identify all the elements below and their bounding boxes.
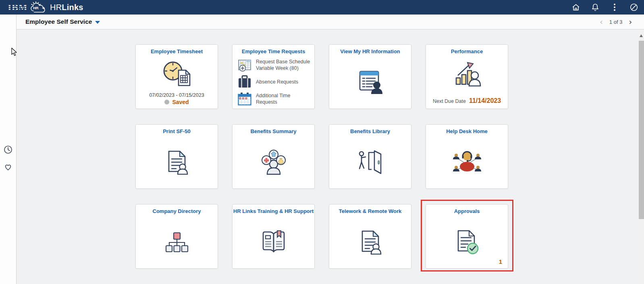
employee-self-service-page: IBM HR HRLinks bbox=[0, 0, 644, 284]
tile-title: Telework & Remote Work bbox=[329, 205, 411, 214]
org-chart-icon bbox=[136, 216, 218, 268]
performance-chart-icon bbox=[426, 56, 508, 91]
timesheet-clock-document-icon bbox=[136, 56, 218, 91]
tile-telework-remote-work[interactable]: Telework & Remote Work bbox=[329, 204, 411, 269]
tile-company-directory[interactable]: Company Directory bbox=[135, 204, 218, 269]
brand-area: IBM HR HRLinks bbox=[0, 1, 83, 13]
timesheet-footer: 07/02/2023 - 07/15/2023 Saved bbox=[136, 92, 218, 105]
navbar-compass-icon[interactable] bbox=[629, 3, 638, 12]
hr-information-icon bbox=[329, 56, 411, 109]
scrollbar-up-arrow-icon[interactable] bbox=[640, 34, 643, 37]
briefcase-icon bbox=[237, 75, 252, 89]
help-desk-agent-icon bbox=[426, 136, 508, 188]
timesheet-status: Saved bbox=[172, 99, 189, 105]
document-person-icon bbox=[136, 136, 218, 188]
scrollbar-thumb[interactable] bbox=[639, 41, 644, 219]
open-book-icon bbox=[233, 216, 314, 268]
page-header: Employee Self Service ‹ 1 of 3 › bbox=[17, 15, 644, 29]
hr-cloud-logo-icon: HR bbox=[30, 1, 47, 13]
tile-title: Print SF-50 bbox=[136, 125, 218, 134]
tile-title: Employee Timesheet bbox=[136, 45, 218, 54]
additional-time-requests-link[interactable]: Additional Time Requests bbox=[233, 90, 314, 107]
tile-title: Benefits Library bbox=[329, 125, 411, 134]
ibm-logo-icon: IBM bbox=[7, 2, 27, 12]
time-request-links: Request Base ScheduleVariable Week (80) … bbox=[233, 56, 314, 107]
tile-benefits-summary[interactable]: Benefits Summary bbox=[232, 124, 315, 189]
status-bullet-icon bbox=[164, 100, 169, 104]
product-name: HRLinks bbox=[50, 3, 83, 12]
person-door-icon bbox=[329, 136, 411, 188]
request-link-label: Absence Requests bbox=[256, 79, 298, 85]
vertical-scrollbar[interactable] bbox=[639, 29, 644, 284]
absence-requests-link[interactable]: Absence Requests bbox=[233, 73, 314, 90]
kebab-menu-icon[interactable] bbox=[610, 3, 619, 12]
tile-benefits-library[interactable]: Benefits Library bbox=[329, 124, 411, 189]
svg-text:IBM: IBM bbox=[8, 3, 27, 12]
homepage-pagination: ‹ 1 of 3 › bbox=[600, 18, 632, 26]
timesheet-date-range: 07/02/2023 - 07/15/2023 bbox=[136, 92, 218, 98]
tile-help-desk-home[interactable]: Help Desk Home bbox=[426, 124, 508, 189]
previous-page-chevron[interactable]: ‹ bbox=[600, 18, 603, 26]
tile-approvals[interactable]: Approvals 1 bbox=[426, 204, 508, 269]
tile-employee-timesheet[interactable]: Employee Timesheet 07/02/2023 - 07/15/ bbox=[135, 44, 218, 109]
approvals-check-document-icon bbox=[426, 216, 508, 268]
cloud-logo-text: HR bbox=[33, 6, 39, 10]
homepage-selector[interactable]: Employee Self Service bbox=[25, 18, 100, 25]
tile-view-my-hr-information[interactable]: View My HR Information bbox=[329, 44, 411, 109]
tile-title: Help Desk Home bbox=[426, 125, 508, 134]
request-link-label: Request Base ScheduleVariable Week (80) bbox=[256, 58, 310, 72]
request-link-label: Additional Time Requests bbox=[256, 92, 313, 106]
tile-title: Employee Time Requests bbox=[233, 45, 314, 54]
next-page-chevron[interactable]: › bbox=[629, 18, 632, 26]
next-due-date-label: Next Due Date bbox=[433, 98, 466, 104]
request-base-schedule-link[interactable]: Request Base ScheduleVariable Week (80) bbox=[233, 56, 314, 73]
page-indicator: 1 of 3 bbox=[609, 19, 623, 25]
topbar-actions bbox=[571, 0, 638, 15]
bell-icon[interactable] bbox=[591, 3, 600, 12]
calendar-x-icon bbox=[237, 92, 252, 106]
tile-title: HR Links Training & HR Support bbox=[233, 205, 314, 214]
tile-performance[interactable]: Performance Next Due Date 11/14/2023 bbox=[426, 44, 508, 109]
tile-print-sf-50[interactable]: Print SF-50 bbox=[135, 124, 218, 189]
left-rail bbox=[0, 15, 17, 284]
tile-title: View My HR Information bbox=[329, 45, 411, 54]
performance-footer: Next Due Date 11/14/2023 bbox=[426, 97, 508, 104]
tile-title: Approvals bbox=[426, 205, 508, 214]
tile-hr-links-training-support[interactable]: HR Links Training & HR Support bbox=[232, 204, 315, 269]
clock-icon[interactable] bbox=[4, 145, 12, 154]
approvals-count-badge: 1 bbox=[499, 258, 502, 265]
tile-title: Performance bbox=[426, 45, 508, 54]
heart-icon[interactable] bbox=[4, 163, 12, 171]
top-navigation-bar: IBM HR HRLinks bbox=[0, 0, 644, 15]
chevron-down-icon bbox=[95, 21, 100, 24]
tile-title: Company Directory bbox=[136, 205, 218, 214]
schedule-plus-icon bbox=[237, 58, 252, 72]
next-due-date-value: 11/14/2023 bbox=[469, 97, 501, 104]
home-icon[interactable] bbox=[571, 3, 580, 12]
benefits-summary-icon bbox=[233, 136, 314, 188]
document-person-icon bbox=[329, 216, 411, 268]
page-title: Employee Self Service bbox=[25, 18, 92, 25]
tile-title: Benefits Summary bbox=[233, 125, 314, 134]
tile-employee-time-requests[interactable]: Employee Time Requests bbox=[232, 44, 315, 109]
